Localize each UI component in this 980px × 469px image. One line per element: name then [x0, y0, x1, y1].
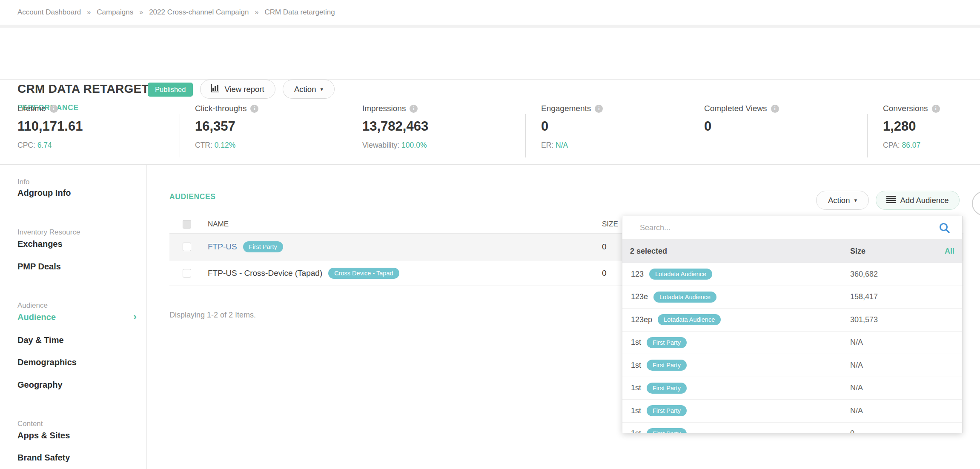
dropdown-list-item[interactable]: 123epLotadata Audience 301,573 [622, 309, 962, 332]
sidebar-item-geography[interactable]: Geography [17, 380, 137, 390]
metric-value: 13,782,463 [362, 119, 516, 134]
dropdown-list-item[interactable]: 123eLotadata Audience 158,417 [622, 286, 962, 309]
sidebar-item-demographics[interactable]: Demographics [17, 357, 137, 367]
sidebar-item-exchanges[interactable]: Exchanges [17, 239, 137, 249]
sidebar-item-adgroup-info[interactable]: Adgroup Info [17, 188, 137, 198]
metric-label: Lifetime [17, 104, 46, 113]
audiences-action-button[interactable]: Action ▾ [816, 191, 869, 210]
item-size: 301,573 [850, 315, 878, 324]
row-checkbox[interactable] [183, 269, 191, 277]
metric-sub-label: ER: [541, 141, 553, 149]
chevron-right-icon: › [133, 312, 137, 321]
sidebar-section-info: Info [17, 178, 29, 186]
audience-size: 0 [602, 242, 607, 252]
audience-type-badge: First Party [647, 360, 687, 371]
view-report-button[interactable]: View report [200, 80, 275, 99]
sidebar-section-content: Content [17, 420, 43, 428]
sidebar-item-apps-sites[interactable]: Apps & Sites [17, 431, 137, 440]
dropdown-list-item[interactable]: 1stFirst Party N/A [622, 400, 962, 423]
audience-size: 0 [602, 269, 607, 278]
divider [0, 79, 980, 80]
item-name: 123e [631, 292, 648, 301]
metric-sub-value: 86.07 [902, 141, 920, 149]
dropdown-search-row [622, 216, 962, 240]
item-name: 1st [631, 338, 641, 347]
sidebar-item-brand-safety[interactable]: Brand Safety [17, 453, 137, 463]
divider [0, 25, 980, 28]
audience-type-badge: First Party [647, 428, 687, 433]
info-icon[interactable]: i [932, 105, 940, 113]
info-icon[interactable]: i [50, 105, 58, 113]
dropdown-header-row: 2 selected Size All [622, 240, 962, 263]
audience-type-badge: Lotadata Audience [653, 292, 716, 303]
page: Account Dashboard » Campaigns » 2022 Cro… [0, 0, 980, 469]
item-name: 1st [631, 429, 641, 433]
info-icon[interactable]: i [771, 105, 779, 113]
audience-type-badge: First Party [243, 241, 283, 252]
breadcrumb-item-account-dashboard[interactable]: Account Dashboard [17, 8, 81, 17]
item-name: 123ep [631, 315, 652, 324]
action-label: Action [294, 85, 316, 94]
info-icon[interactable]: i [410, 105, 418, 113]
selected-count-label: 2 selected [630, 247, 667, 256]
metric-value: 16,357 [195, 119, 348, 134]
breadcrumb: Account Dashboard » Campaigns » 2022 Cro… [0, 0, 980, 25]
sidebar-item-audience[interactable]: Audience › [17, 312, 137, 322]
audience-name: FTP-US - Cross-Device (Tapad) [208, 269, 322, 278]
sidebar-section-audience: Audience [17, 301, 48, 310]
divider [689, 114, 689, 157]
dropdown-list-item[interactable]: 1stFirst Party N/A [622, 332, 962, 355]
search-icon[interactable] [939, 222, 950, 235]
metric-label: Engagements [541, 104, 591, 113]
metric-sub-value: N/A [556, 141, 568, 149]
audience-type-badge: First Party [647, 405, 687, 416]
metric-sub-label: CPC: [17, 141, 35, 149]
metric-conversions: Conversionsi 1,280 CPA: 86.07 [883, 104, 980, 150]
info-icon[interactable]: i [250, 105, 258, 113]
dropdown-list-item[interactable]: 1stFirst Party 0 [622, 423, 962, 434]
select-all-link[interactable]: All [945, 247, 954, 256]
metric-impressions: Impressionsi 13,782,463 Viewability: 100… [362, 104, 516, 150]
column-header-name[interactable]: NAME [208, 220, 229, 229]
metric-completed-views: Completed Viewsi 0 [704, 104, 857, 141]
sidebar-item-pmp-deals[interactable]: PMP Deals [17, 262, 137, 272]
add-audience-label: Add Audience [900, 196, 948, 205]
audience-type-badge: Lotadata Audience [658, 314, 721, 325]
audience-type-badge: Cross Device - Tapad [328, 268, 399, 279]
row-checkbox[interactable] [183, 243, 191, 251]
divider [0, 164, 980, 165]
item-size: 0 [850, 429, 854, 433]
table-footer-text: Displaying 1-2 of 2 Items. [169, 311, 256, 320]
audience-name-link[interactable]: FTP-US [208, 242, 237, 252]
breadcrumb-separator-icon: » [139, 9, 143, 16]
select-all-checkbox[interactable] [183, 220, 191, 229]
metric-value: 0 [704, 119, 857, 134]
page-header: CRM DATA RETARGETING Published View repo… [0, 28, 980, 79]
info-icon[interactable]: i [595, 105, 603, 113]
metric-label: Impressions [362, 104, 406, 113]
divider [5, 290, 146, 290]
audience-type-badge: First Party [647, 383, 687, 394]
caret-down-icon: ▾ [854, 197, 857, 203]
breadcrumb-separator-icon: » [255, 9, 259, 16]
list-icon [886, 196, 896, 205]
dropdown-list-item[interactable]: 123Lotadata Audience 360,682 [622, 263, 962, 286]
breadcrumb-item-campaigns[interactable]: Campaigns [97, 8, 133, 17]
sidebar-section-inventory-resource: Inventory Resource [17, 228, 80, 237]
search-input[interactable] [640, 223, 929, 232]
header-action-button[interactable]: Action ▾ [283, 80, 335, 99]
audience-type-badge: Lotadata Audience [649, 269, 712, 280]
add-audience-button[interactable]: Add Audience [876, 191, 960, 210]
breadcrumb-item-campaign[interactable]: 2022 Cross-channel Campaign [149, 8, 249, 17]
column-header-size[interactable]: SIZE [602, 220, 618, 229]
dropdown-list-item[interactable]: 1stFirst Party N/A [622, 377, 962, 400]
metric-value: 0 [541, 119, 694, 134]
sidebar-item-day-time[interactable]: Day & Time [17, 335, 137, 345]
view-report-label: View report [224, 85, 264, 94]
item-size: N/A [850, 406, 863, 415]
size-column-label: Size [850, 247, 865, 256]
metric-label: Completed Views [704, 104, 767, 113]
help-button-partial[interactable] [972, 191, 980, 216]
dropdown-list-item[interactable]: 1stFirst Party N/A [622, 354, 962, 377]
divider [180, 114, 180, 157]
